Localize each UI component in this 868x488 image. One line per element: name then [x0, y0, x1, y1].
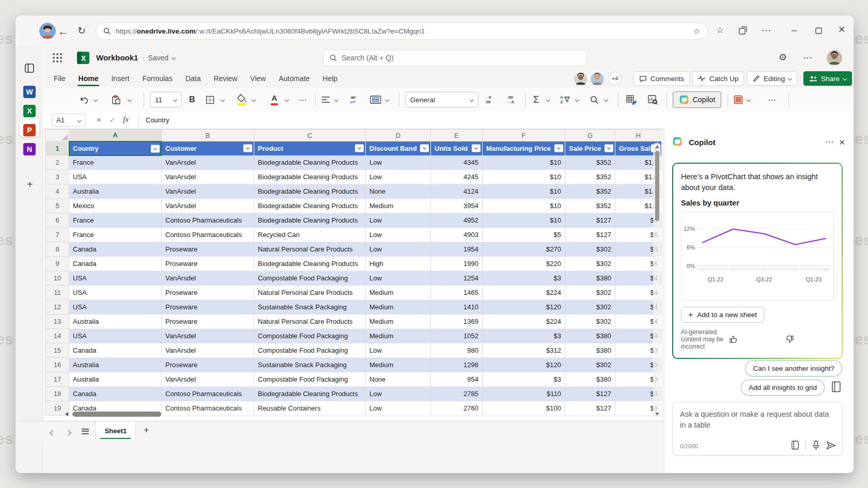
add-to-new-sheet-button[interactable]: + Add to a new sheet — [681, 307, 764, 323]
merge-chevron-icon[interactable] — [385, 88, 389, 112]
column-header-C[interactable]: C — [254, 130, 366, 141]
cell[interactable]: Low — [366, 271, 431, 286]
app-search-input[interactable]: Search (Alt + Q) — [323, 50, 586, 66]
row-header-7[interactable]: 7 — [46, 228, 69, 242]
cell[interactable]: $3 — [483, 329, 565, 343]
analyze-data-button[interactable] — [648, 88, 658, 112]
borders-chevron-icon[interactable] — [221, 88, 224, 112]
clean-data-button[interactable] — [626, 88, 637, 112]
cell[interactable]: $224 — [483, 314, 565, 329]
cell[interactable]: Biodegradable Cleaning Products — [254, 257, 366, 271]
select-all-corner[interactable] — [46, 130, 69, 141]
number-format-select[interactable]: General — [405, 92, 478, 107]
cell[interactable]: VanArsdel — [162, 372, 254, 387]
copilot-ribbon-button[interactable]: Copilot — [673, 91, 721, 108]
cell[interactable]: Canada — [69, 387, 162, 401]
cell[interactable]: 1369 — [431, 314, 483, 329]
cell[interactable]: Canada — [69, 257, 162, 271]
row-header-6[interactable]: 6 — [46, 213, 69, 228]
cell[interactable]: Natural Personal Care Products — [254, 314, 366, 329]
filter-button[interactable] — [554, 145, 563, 152]
font-color-chevron-icon[interactable] — [285, 88, 288, 112]
cell[interactable]: France — [69, 213, 162, 228]
cell[interactable]: Australia — [69, 184, 162, 199]
bold-button[interactable]: B — [189, 88, 195, 112]
row-header-8[interactable]: 8 — [46, 242, 69, 257]
cell[interactable]: $302 — [565, 314, 615, 329]
table-row[interactable]: 3USAVanArsdelBiodegradable Cleaning Prod… — [46, 170, 662, 184]
cell[interactable]: Compostable Food Packaging — [254, 271, 366, 286]
account-avatar[interactable] — [827, 50, 842, 66]
cell[interactable]: USA — [69, 300, 162, 314]
copilot-panel-close-icon[interactable]: ✕ — [839, 138, 845, 146]
table-row[interactable]: 10USAVanArsdelCompostable Food Packaging… — [46, 271, 662, 286]
cell[interactable]: $127 — [565, 213, 615, 228]
window-minimize-button[interactable]: – — [792, 25, 797, 35]
cell[interactable]: $127 — [565, 228, 615, 242]
cell[interactable]: $120 — [483, 358, 565, 372]
previous-sheet-icon[interactable] — [51, 428, 55, 437]
sheet-tab-active[interactable]: Sheet1 — [96, 421, 136, 440]
table-row[interactable]: 13AustraliaProsewareNatural Personal Car… — [46, 314, 662, 329]
tab-file[interactable]: File — [53, 71, 67, 86]
cell[interactable]: $5 — [483, 228, 565, 242]
cell[interactable]: $127 — [565, 401, 615, 416]
fill-color-button[interactable] — [237, 88, 247, 112]
row-header-13[interactable]: 13 — [46, 314, 69, 329]
formula-content[interactable]: Country — [146, 116, 169, 124]
cell[interactable]: $352 — [565, 184, 615, 199]
cell[interactable]: Compostable Food Packaging — [254, 343, 366, 358]
table-row[interactable]: 2FranceVanArsdelBiodegradable Cleaning P… — [46, 155, 662, 170]
rail-item-word[interactable]: W — [23, 86, 36, 98]
cell[interactable]: VanArsdel — [162, 271, 254, 286]
cell[interactable]: $302 — [565, 358, 615, 372]
table-header-cell[interactable]: Customer — [162, 141, 254, 155]
copilot-input[interactable]: Ask a question or make a request about d… — [672, 402, 843, 455]
cell[interactable]: Low — [366, 213, 431, 228]
cell[interactable]: Biodegradable Cleaning Products — [254, 170, 366, 184]
column-header-F[interactable]: F — [483, 130, 565, 141]
cell[interactable]: 1410 — [431, 300, 483, 314]
cell[interactable]: $10 — [483, 155, 565, 170]
cell[interactable]: $10 — [483, 170, 565, 184]
cell[interactable]: Australia — [69, 358, 162, 372]
cell[interactable]: France — [69, 155, 162, 170]
cell[interactable]: Australia — [69, 314, 162, 329]
scroll-left-arrow-icon[interactable] — [65, 412, 68, 416]
column-header-A[interactable]: A — [69, 130, 162, 141]
filter-button[interactable] — [243, 145, 252, 152]
cell[interactable]: $110 — [483, 387, 565, 401]
rail-item-powerpoint[interactable]: P — [23, 124, 36, 136]
cell[interactable]: Medium — [366, 329, 431, 343]
font-size-select[interactable]: 11 — [150, 92, 182, 107]
address-bar[interactable]: https://onedrive.live.com/:w:/t/EaCKkPs6… — [96, 22, 708, 40]
cell[interactable]: Low — [366, 170, 431, 184]
cell[interactable]: 954 — [431, 372, 483, 387]
back-button[interactable]: ← — [58, 26, 69, 37]
column-header-G[interactable]: G — [565, 130, 615, 141]
cell[interactable]: $380 — [565, 372, 615, 387]
cell[interactable]: $10 — [483, 199, 565, 213]
column-header-H[interactable]: H — [615, 130, 662, 141]
cell[interactable]: Biodegradable Cleaning Products — [254, 199, 366, 213]
name-box[interactable]: A1 — [52, 114, 86, 127]
table-header-cell[interactable]: Discount Band — [366, 141, 431, 155]
table-row[interactable]: 17AustraliaVanArsdelCompostable Food Pac… — [46, 372, 662, 387]
column-header-B[interactable]: B — [162, 130, 254, 141]
cell[interactable]: Biodegradable Cleaning Products — [254, 155, 366, 170]
prompt-guide-icon[interactable] — [791, 440, 799, 450]
wrap-text-button[interactable]: abc↵ — [350, 88, 356, 112]
table-row[interactable]: 6FranceContoso PharmaceuticalsBiodegrada… — [46, 213, 662, 228]
table-header-cell[interactable]: Sale Price — [565, 141, 615, 155]
cell[interactable]: Compostable Food Packaging — [254, 329, 366, 343]
cell[interactable]: Low — [366, 155, 431, 170]
cell[interactable]: Biodegradable Cleaning Products — [254, 213, 366, 228]
table-row[interactable]: 12USAProsewareSustainable Snack Packagin… — [46, 300, 662, 314]
cell[interactable]: VanArsdel — [162, 343, 254, 358]
row-header-12[interactable]: 12 — [46, 300, 69, 314]
row-header-1[interactable]: 1 — [46, 141, 69, 155]
cell[interactable]: Contoso Pharmaceuticals — [162, 228, 254, 242]
cell[interactable]: $352 — [565, 155, 615, 170]
sort-filter-chevron-icon[interactable] — [576, 88, 579, 112]
cell[interactable]: Sustainable Snack Packaging — [254, 300, 366, 314]
